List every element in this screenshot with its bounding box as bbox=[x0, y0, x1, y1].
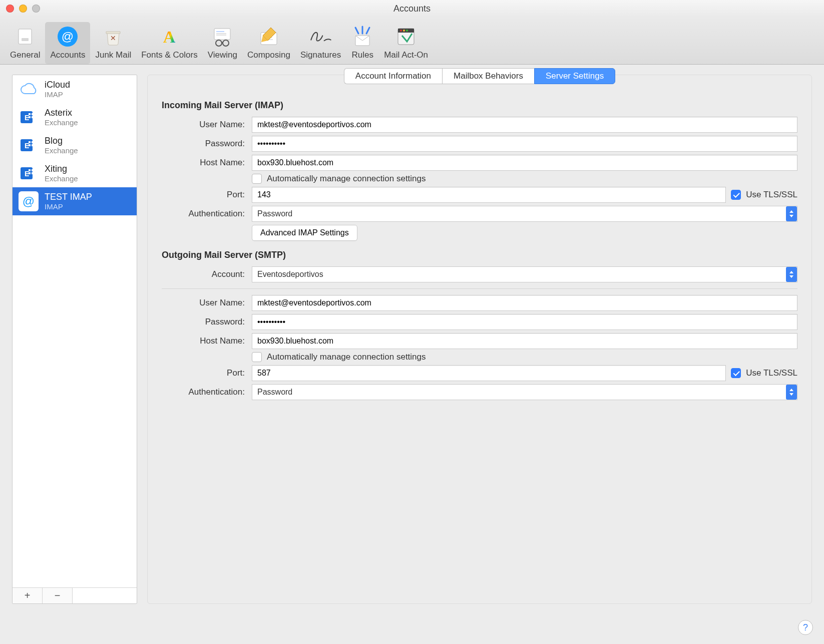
select-value: Eventosdeportivos bbox=[257, 270, 323, 279]
outgoing-authentication-select[interactable]: Password bbox=[252, 384, 797, 400]
outgoing-account-select[interactable]: Eventosdeportivos bbox=[252, 266, 797, 282]
svg-text:@: @ bbox=[23, 194, 35, 208]
zoom-window-button[interactable] bbox=[32, 5, 40, 13]
label-authentication: Authentication: bbox=[162, 209, 252, 219]
incoming-user-name-input[interactable] bbox=[252, 117, 797, 133]
account-item-blog[interactable]: E Blog Exchange bbox=[13, 131, 137, 159]
incoming-port-input[interactable] bbox=[252, 187, 726, 203]
label-port: Port: bbox=[162, 368, 252, 378]
svg-rect-0 bbox=[19, 29, 32, 44]
svg-rect-6 bbox=[214, 29, 230, 40]
auto-manage-label: Automatically manage connection settings bbox=[267, 174, 426, 184]
label-account: Account: bbox=[162, 269, 252, 279]
advanced-imap-settings-button[interactable]: Advanced IMAP Settings bbox=[252, 225, 357, 241]
viewing-icon bbox=[211, 25, 234, 48]
toolbar-rules[interactable]: Rules bbox=[346, 22, 379, 64]
incoming-use-tls-checkbox[interactable] bbox=[731, 190, 741, 200]
svg-text:E: E bbox=[25, 142, 29, 150]
rules-icon bbox=[351, 25, 374, 48]
toolbar-label: Composing bbox=[247, 50, 290, 60]
outgoing-auto-manage-checkbox[interactable] bbox=[252, 352, 262, 362]
exchange-icon: E bbox=[19, 135, 39, 155]
incoming-heading: Incoming Mail Server (IMAP) bbox=[162, 100, 797, 111]
toolbar-mail-act-on[interactable]: Mail Act-On bbox=[379, 22, 433, 64]
incoming-password-input[interactable] bbox=[252, 136, 797, 152]
toolbar-fonts-colors[interactable]: A Fonts & Colors bbox=[136, 22, 202, 64]
toolbar-accounts[interactable]: @ Accounts bbox=[45, 22, 90, 64]
remove-account-button[interactable]: − bbox=[43, 588, 73, 603]
close-window-button[interactable] bbox=[6, 5, 14, 13]
svg-rect-37 bbox=[32, 169, 34, 171]
exchange-icon: E bbox=[19, 163, 39, 183]
toolbar-label: Mail Act-On bbox=[384, 50, 428, 60]
account-item-asterix[interactable]: E Asterix Exchange bbox=[13, 103, 137, 131]
toolbar-label: Accounts bbox=[50, 50, 85, 60]
account-item-icloud[interactable]: iCloud IMAP bbox=[13, 75, 137, 103]
outgoing-password-input[interactable] bbox=[252, 314, 797, 330]
help-button[interactable]: ? bbox=[798, 620, 813, 635]
svg-rect-26 bbox=[29, 116, 31, 118]
account-item-xiting[interactable]: E Xiting Exchange bbox=[13, 159, 137, 187]
svg-rect-32 bbox=[29, 144, 31, 146]
outgoing-use-tls-checkbox[interactable] bbox=[731, 368, 741, 378]
account-sub: Exchange bbox=[45, 118, 78, 127]
signatures-icon bbox=[309, 25, 332, 48]
account-sub: IMAP bbox=[45, 90, 70, 99]
svg-rect-25 bbox=[32, 113, 34, 115]
svg-text:@: @ bbox=[62, 30, 74, 43]
incoming-host-name-input[interactable] bbox=[252, 155, 797, 171]
accounts-list: iCloud IMAP E Asterix Exchange E Blog bbox=[13, 75, 137, 587]
titlebar: Accounts bbox=[0, 0, 824, 17]
tab-account-information[interactable]: Account Information bbox=[344, 68, 442, 84]
accounts-icon: @ bbox=[56, 25, 79, 48]
outgoing-host-name-input[interactable] bbox=[252, 333, 797, 349]
account-name: Blog bbox=[45, 136, 78, 146]
svg-rect-1 bbox=[22, 38, 29, 41]
auto-manage-label: Automatically manage connection settings bbox=[267, 352, 426, 362]
toolbar-label: Junk Mail bbox=[95, 50, 131, 60]
tab-server-settings[interactable]: Server Settings bbox=[534, 68, 615, 84]
svg-rect-38 bbox=[29, 172, 31, 174]
svg-point-21 bbox=[406, 30, 408, 32]
label-user-name: User Name: bbox=[162, 298, 252, 308]
at-icon: @ bbox=[19, 191, 39, 211]
toolbar-viewing[interactable]: Viewing bbox=[203, 22, 242, 64]
incoming-auto-manage-checkbox[interactable] bbox=[252, 174, 262, 184]
svg-rect-30 bbox=[29, 141, 31, 143]
toolbar-general[interactable]: General bbox=[5, 22, 45, 64]
select-value: Password bbox=[257, 388, 292, 397]
svg-text:✕: ✕ bbox=[110, 34, 116, 42]
svg-rect-39 bbox=[32, 172, 34, 174]
svg-point-11 bbox=[223, 40, 229, 46]
general-icon bbox=[14, 25, 37, 48]
use-tls-label: Use TLS/SSL bbox=[746, 368, 797, 378]
window-title: Accounts bbox=[0, 4, 824, 14]
add-account-button[interactable]: + bbox=[13, 588, 43, 603]
label-password: Password: bbox=[162, 317, 252, 327]
divider bbox=[162, 288, 797, 289]
toolbar-label: General bbox=[10, 50, 40, 60]
svg-point-19 bbox=[400, 30, 402, 32]
outgoing-heading: Outgoing Mail Server (SMTP) bbox=[162, 250, 797, 260]
detail-tabs: Account Information Mailbox Behaviors Se… bbox=[344, 68, 615, 84]
incoming-authentication-select[interactable]: Password bbox=[252, 206, 797, 222]
svg-rect-27 bbox=[32, 116, 34, 118]
stepper-icon bbox=[786, 267, 797, 282]
stepper-icon bbox=[786, 206, 797, 221]
stepper-icon bbox=[786, 385, 797, 400]
toolbar-composing[interactable]: Composing bbox=[242, 22, 295, 64]
fonts-colors-icon: A bbox=[158, 25, 181, 48]
mail-act-on-icon bbox=[394, 25, 418, 48]
toolbar-signatures[interactable]: Signatures bbox=[295, 22, 346, 64]
sidebar-footer: + − bbox=[13, 587, 137, 603]
minimize-window-button[interactable] bbox=[19, 5, 27, 13]
account-item-test-imap[interactable]: @ TEST IMAP IMAP bbox=[13, 187, 137, 215]
toolbar-label: Viewing bbox=[208, 50, 237, 60]
traffic-lights bbox=[6, 5, 40, 13]
account-sub: Exchange bbox=[45, 174, 78, 183]
toolbar-junk-mail[interactable]: ✕ Junk Mail bbox=[90, 22, 136, 64]
toolbar-label: Fonts & Colors bbox=[141, 50, 197, 60]
outgoing-port-input[interactable] bbox=[252, 365, 726, 381]
tab-mailbox-behaviors[interactable]: Mailbox Behaviors bbox=[442, 68, 534, 84]
outgoing-user-name-input[interactable] bbox=[252, 295, 797, 311]
